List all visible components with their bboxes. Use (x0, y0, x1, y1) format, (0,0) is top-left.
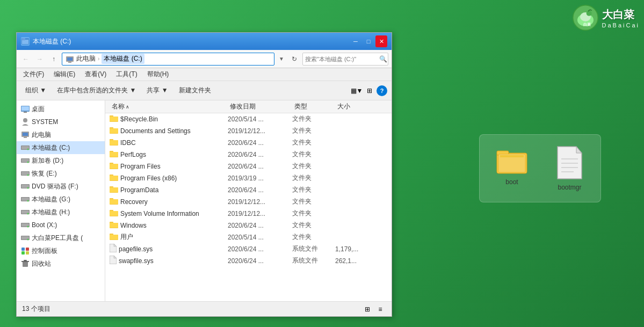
file-name-cell: System Volume Information (110, 209, 228, 218)
local-h-icon (21, 208, 30, 216)
organize-button[interactable]: 组织 ▼ (21, 83, 50, 98)
desktop-icon-bootmgr[interactable]: bootmgr (555, 146, 584, 191)
refresh-button[interactable]: ↻ (288, 53, 300, 65)
local-c-icon (21, 143, 30, 152)
back-button[interactable]: ← (20, 53, 32, 65)
file-rows-container: $Recycle.Bin2020/5/14 ...文件夹Documents an… (105, 113, 392, 267)
column-type[interactable]: 类型 (292, 102, 335, 111)
table-row[interactable]: Documents and Settings2019/12/12...文件夹 (105, 125, 392, 137)
table-row[interactable]: 用户2020/5/14 ...文件夹 (105, 231, 392, 243)
file-type-cell: 文件夹 (292, 197, 335, 206)
column-size[interactable]: 大小 (335, 102, 378, 111)
table-row[interactable]: ProgramData2020/6/24 ...文件夹 (105, 184, 392, 196)
svg-rect-93 (110, 235, 118, 239)
sidebar-item-recycle[interactable]: 回收站 (17, 257, 105, 270)
file-type-cell: 文件夹 (292, 126, 335, 135)
search-button[interactable]: 🔍 (379, 55, 387, 63)
path-separator: › (98, 56, 99, 62)
status-grid-view-button[interactable]: ⊞ (361, 303, 373, 315)
sidebar-item-dvd-f[interactable]: DVD 驱动器 (F:) (17, 180, 105, 193)
sidebar-item-desktop[interactable]: 桌面 (17, 103, 105, 115)
address-path[interactable]: 此电脑 › 本地磁盘 (C:) (62, 53, 274, 66)
table-row[interactable]: IDBC2020/6/24 ...文件夹 (105, 137, 392, 149)
menu-tools[interactable]: 工具(T) (112, 69, 141, 80)
close-button[interactable]: ✕ (375, 35, 387, 47)
file-date-cell: 2019/3/19 ... (228, 175, 292, 182)
file-type-cell: 系统文件 (292, 244, 335, 253)
bootmgr-file-icon (555, 146, 584, 180)
sidebar-item-recovery-e[interactable]: 恢复 (E:) (17, 167, 105, 180)
file-date-cell: 2020/5/14 ... (228, 115, 292, 123)
table-row[interactable]: $Recycle.Bin2020/5/14 ...文件夹 (105, 113, 392, 125)
minimize-button[interactable]: ─ (350, 35, 361, 47)
sidebar-item-dabai[interactable]: 大白菜PE工具盘 ( (17, 231, 105, 244)
table-row[interactable]: Recovery2019/12/12...文件夹 (105, 196, 392, 208)
new-folder-button[interactable]: 新建文件夹 (175, 83, 215, 98)
toolbar: 组织 ▼ 在库中包含所选的文件夹 ▼ 共享 ▼ 新建文件夹 ▦▼ ⊞ ? (17, 81, 392, 100)
svg-text:白菜: 白菜 (583, 22, 591, 26)
sidebar-item-boot-x[interactable]: Boot (X:) (17, 219, 105, 231)
sidebar-item-thispc[interactable]: 此电脑 (17, 128, 105, 141)
forward-button[interactable]: → (34, 53, 46, 65)
table-row[interactable]: swapfile.sys2020/6/24 ...系统文件262,1... (105, 255, 392, 267)
view-large-icon-button[interactable]: ⊞ (364, 85, 375, 97)
folder-icon (110, 186, 118, 194)
file-name-cell: PerfLogs (110, 150, 228, 159)
svg-rect-75 (110, 164, 118, 169)
boot-folder-icon (496, 146, 528, 175)
table-row[interactable]: Program Files2020/6/24 ...文件夹 (105, 161, 392, 172)
new-d-label: 新加卷 (D:) (32, 156, 63, 165)
table-row[interactable]: PerfLogs2020/6/24 ...文件夹 (105, 149, 392, 161)
menu-file[interactable]: 文件(F) (19, 69, 48, 80)
include-library-button[interactable]: 在库中包含所选的文件夹 ▼ (53, 83, 140, 98)
search-box[interactable]: 🔍 (302, 53, 388, 66)
recycle-icon (21, 259, 30, 268)
desktop: 白菜 大白菜 DaBaiCai boot (0, 0, 644, 327)
status-list-view-button[interactable]: ≡ (374, 303, 386, 315)
dvd-f-label: DVD 驱动器 (F:) (32, 182, 78, 191)
help-button[interactable]: ? (377, 85, 387, 96)
file-date-cell: 2019/12/12... (228, 127, 292, 135)
bootmgr-icon-label: bootmgr (558, 184, 581, 191)
view-dropdown-button[interactable]: ▦▼ (351, 85, 363, 97)
address-dropdown-button[interactable]: ▼ (277, 53, 286, 66)
file-date-cell: 2020/6/24 ... (228, 257, 292, 265)
file-type-cell: 系统文件 (292, 256, 335, 265)
up-button[interactable]: ↑ (48, 53, 60, 65)
controlpanel-icon (21, 246, 30, 255)
table-row[interactable]: Program Files (x86)2019/3/19 ...文件夹 (105, 172, 392, 184)
thispc-label: 此电脑 (32, 130, 51, 140)
menu-edit[interactable]: 编辑(E) (49, 69, 79, 80)
sidebar-item-new-d[interactable]: 新加卷 (D:) (17, 154, 105, 167)
svg-marker-96 (110, 256, 117, 264)
sidebar-item-local-h[interactable]: 本地磁盘 (H:) (17, 206, 105, 219)
svg-rect-55 (26, 248, 29, 251)
file-name-cell: Program Files (x86) (110, 174, 228, 183)
sidebar-item-system[interactable]: SYSTEM (17, 115, 105, 128)
share-button[interactable]: 共享 ▼ (142, 83, 172, 98)
search-input[interactable] (305, 56, 379, 62)
svg-rect-90 (110, 223, 118, 228)
sidebar-item-local-c[interactable]: 本地磁盘 (C:) (17, 141, 105, 154)
column-name[interactable]: 名称 ∧ (110, 102, 228, 111)
boot-icon-label: boot (505, 178, 518, 186)
svg-rect-19 (22, 38, 25, 40)
column-modified[interactable]: 修改日期 (228, 102, 292, 111)
menu-view[interactable]: 查看(V) (81, 69, 111, 80)
boot-x-label: Boot (X:) (32, 221, 57, 229)
svg-marker-94 (110, 244, 117, 252)
table-row[interactable]: pagefile.sys2020/6/24 ...系统文件1,179,... (105, 243, 392, 255)
sidebar-item-local-g[interactable]: 本地磁盘 (G:) (17, 193, 105, 206)
maximize-button[interactable]: □ (363, 35, 374, 47)
table-row[interactable]: Windows2020/6/24 ...文件夹 (105, 220, 392, 231)
sidebar-item-controlpanel[interactable]: 控制面板 (17, 244, 105, 257)
svg-rect-87 (110, 211, 118, 216)
svg-rect-28 (23, 133, 28, 136)
file-type-cell: 文件夹 (292, 150, 335, 159)
table-row[interactable]: System Volume Information2019/12/12...文件… (105, 208, 392, 220)
menu-help[interactable]: 帮助(H) (143, 69, 173, 80)
folder-icon (110, 209, 118, 218)
status-view-buttons: ⊞ ≡ (361, 303, 386, 315)
path-active: 本地磁盘 (C:) (102, 54, 144, 64)
desktop-icon-boot[interactable]: boot (496, 146, 528, 191)
